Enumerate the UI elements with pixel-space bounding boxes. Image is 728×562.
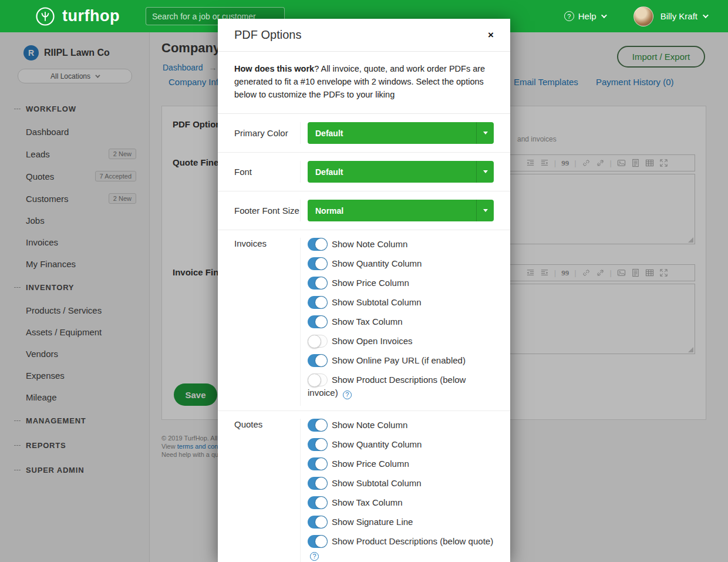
toggle-label: Show Subtotal Column (332, 478, 422, 488)
invoices-show-product-descriptions-below-invoice-toggle[interactable] (308, 373, 328, 386)
quotes-toggles: Show Note ColumnShow Quantity ColumnShow… (300, 419, 494, 562)
quotes-label: Quotes (234, 419, 300, 562)
invoices-show-tax-column-toggle[interactable] (308, 315, 328, 328)
invoices-show-open-invoices-toggle[interactable] (308, 335, 328, 348)
toggle-row: Show Online Pay URL (if enabled) (308, 354, 494, 367)
toggle-row: Show Tax Column (308, 315, 494, 328)
toggle-label: Show Signature Line (332, 517, 413, 527)
toggle-label: Show Note Column (332, 420, 407, 430)
quotes-show-quantity-column-toggle[interactable] (308, 438, 328, 451)
toggle-label: Show Tax Column (332, 317, 403, 327)
intro-bold: How does this work (234, 64, 314, 73)
invoices-show-note-column-toggle[interactable] (308, 238, 328, 251)
modal-section-invoices: InvoicesShow Note ColumnShow Quantity Co… (218, 230, 510, 411)
invoices-show-subtotal-column-toggle[interactable] (308, 296, 328, 309)
toggle-row: Show Subtotal Column (308, 296, 494, 309)
invoices-label: Invoices (234, 238, 300, 406)
chevron-down-icon (703, 12, 709, 18)
toggle-row: Show Signature Line (308, 516, 494, 529)
quotes-show-tax-column-toggle[interactable] (308, 496, 328, 509)
quotes-show-note-column-toggle[interactable] (308, 419, 328, 432)
toggle-row: Show Note Column (308, 238, 494, 251)
toggle-label: Show Price Column (332, 459, 409, 469)
toggle-row: Show Open Invoices (308, 335, 494, 348)
select-value: Default (315, 129, 343, 138)
select-value: Default (315, 167, 343, 177)
app-window: turfhop ? Help Billy Kraft R RIIPL Lawn … (0, 0, 728, 562)
invoices-show-online-pay-url-if-enabled-toggle[interactable] (308, 354, 328, 367)
toggle-label: Show Open Invoices (332, 336, 413, 346)
sprinkler-logo-icon (35, 6, 55, 26)
modal-title: PDF Options (234, 28, 301, 42)
primary-color-select[interactable]: Default (308, 122, 494, 144)
modal-intro: How does this work? All invoice, quote, … (218, 52, 510, 114)
modal-row-primary-color: Primary ColorDefault (218, 114, 510, 153)
font-label: Font (234, 166, 300, 178)
brand-name: turfhop (62, 7, 120, 25)
chevron-down-icon (476, 161, 494, 183)
toggle-row: Show Product Descriptions (below invoice… (308, 373, 494, 399)
modal-form-rows: Primary ColorDefaultFontDefaultFooter Fo… (218, 114, 510, 562)
toggle-row: Show Product Descriptions (below quote) … (308, 535, 494, 561)
help-icon[interactable]: ? (343, 391, 352, 399)
toggle-label: Show Product Descriptions (below invoice… (308, 375, 466, 398)
close-icon[interactable]: × (488, 30, 494, 40)
footer-font-size-label: Footer Font Size (234, 205, 300, 217)
invoices-show-quantity-column-toggle[interactable] (308, 257, 328, 270)
toggle-label: Show Quantity Column (332, 258, 422, 268)
toggle-row: Show Quantity Column (308, 438, 494, 451)
chevron-down-icon (476, 200, 494, 221)
help-menu[interactable]: Help (578, 11, 596, 21)
toggle-row: Show Price Column (308, 457, 494, 470)
pdf-options-modal: PDF Options × How does this work? All in… (218, 19, 510, 562)
modal-row-footer-font-size: Footer Font SizeNormal (218, 191, 510, 230)
topbar-right-group: ? Help Billy Kraft (564, 6, 707, 26)
toggle-row: Show Tax Column (308, 496, 494, 509)
toggle-row: Show Quantity Column (308, 257, 494, 270)
toggle-label: Show Product Descriptions (below quote) (332, 536, 493, 546)
quotes-show-product-descriptions-below-quote-toggle[interactable] (308, 535, 328, 548)
select-value: Normal (315, 206, 343, 216)
quotes-show-price-column-toggle[interactable] (308, 457, 328, 470)
modal-section-quotes: QuotesShow Note ColumnShow Quantity Colu… (218, 411, 510, 562)
font-select[interactable]: Default (308, 161, 494, 183)
toggle-label: Show Tax Column (332, 497, 403, 507)
invoices-show-price-column-toggle[interactable] (308, 277, 328, 290)
user-menu[interactable]: Billy Kraft (660, 11, 697, 21)
help-icon[interactable]: ? (310, 552, 319, 561)
modal-row-font: FontDefault (218, 153, 510, 191)
chevron-down-icon (601, 12, 607, 18)
chevron-down-icon (476, 122, 494, 144)
invoices-toggles: Show Note ColumnShow Quantity ColumnShow… (300, 238, 494, 406)
toggle-row: Show Note Column (308, 419, 494, 432)
toggle-row: Show Price Column (308, 277, 494, 290)
font-control: Default (300, 161, 494, 183)
quotes-show-signature-line-toggle[interactable] (308, 516, 328, 529)
toggle-label: Show Quantity Column (332, 439, 422, 449)
modal-header: PDF Options × (218, 19, 510, 52)
help-icon[interactable]: ? (564, 11, 574, 21)
toggle-label: Show Note Column (332, 239, 407, 249)
toggle-row: Show Subtotal Column (308, 477, 494, 490)
primary-color-label: Primary Color (234, 127, 300, 139)
toggle-label: Show Price Column (332, 278, 409, 288)
turfhop-logo[interactable]: turfhop (35, 6, 120, 26)
footer-font-size-control: Normal (300, 200, 494, 221)
toggle-label: Show Subtotal Column (332, 297, 422, 307)
primary-color-control: Default (300, 122, 494, 144)
user-avatar[interactable] (633, 6, 653, 26)
footer-font-size-select[interactable]: Normal (308, 200, 494, 221)
toggle-label: Show Online Pay URL (if enabled) (332, 355, 466, 365)
quotes-show-subtotal-column-toggle[interactable] (308, 477, 328, 490)
